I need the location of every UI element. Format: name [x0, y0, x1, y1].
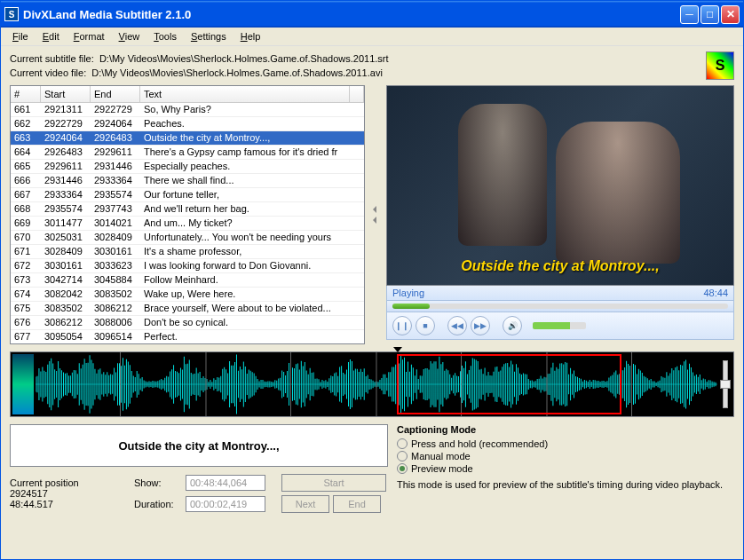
video-controls: ❙❙ ■ ◀◀ ▶▶ 🔊 — [386, 312, 734, 340]
menu-file[interactable]: File — [6, 29, 35, 43]
subtitle-table[interactable]: # Start End Text 66129213112922729So, Wh… — [10, 85, 365, 344]
table-row[interactable]: 67230301613033623I was looking forward t… — [11, 259, 364, 273]
table-row[interactable]: 66729333642935574Our fortune teller, — [11, 188, 364, 202]
menu-format[interactable]: Format — [67, 29, 111, 43]
table-row[interactable]: 67630862123088006Don't be so cynical. — [11, 316, 364, 330]
table-row[interactable]: 67730950543096514Perfect. — [11, 330, 364, 343]
table-row[interactable]: 66829355742937743And we'll return her ba… — [11, 202, 364, 217]
table-row[interactable]: 67030250313028409Unfortunately... You wo… — [11, 231, 364, 245]
subtitle-text-preview[interactable]: Outside the city at Montroy..., — [10, 424, 388, 467]
table-row[interactable]: 67330427143045884Follow Meinhard. — [11, 273, 364, 288]
playback-status: Playing — [392, 288, 424, 298]
menu-tools[interactable]: Tools — [147, 29, 183, 43]
menu-view[interactable]: View — [113, 29, 146, 43]
app-icon: S — [4, 7, 19, 21]
maximize-button[interactable]: □ — [700, 5, 719, 24]
volume-button[interactable]: 🔊 — [503, 316, 522, 335]
menu-settings[interactable]: Settings — [185, 29, 233, 43]
scrollbar-header — [350, 86, 364, 102]
radio-manual-label[interactable]: Manual mode — [411, 451, 471, 461]
table-row[interactable]: 66629314462933364There we shall find... — [11, 174, 364, 188]
video-preview[interactable]: Outside the city at Montroy..., — [386, 85, 734, 286]
current-position-time: 48:44.517 — [10, 499, 125, 509]
col-end[interactable]: End — [91, 86, 140, 102]
table-row[interactable]: 67530835023086212Brace yourself, Were ab… — [11, 302, 364, 316]
radio-preview[interactable] — [397, 463, 408, 474]
logo-icon: S — [706, 51, 734, 80]
radio-manual[interactable] — [397, 451, 408, 461]
col-start[interactable]: Start — [41, 86, 91, 102]
table-row[interactable]: 66329240642926483Outside the city at Mon… — [11, 131, 364, 146]
playback-time: 48:44 — [703, 288, 728, 298]
current-position-frames: 2924517 — [10, 488, 125, 499]
window-title: DivXLand Media Subtitler 2.1.0 — [23, 8, 680, 21]
titlebar[interactable]: S DivXLand Media Subtitler 2.1.0 ─ □ ✕ — [1, 1, 743, 28]
show-time-input[interactable] — [186, 475, 265, 491]
table-row[interactable]: 66529296112931446Especially peaches. — [11, 160, 364, 174]
volume-slider[interactable] — [533, 322, 586, 329]
show-label: Show: — [134, 477, 180, 488]
col-number[interactable]: # — [11, 86, 41, 102]
waveform-selection[interactable] — [397, 354, 621, 414]
start-button[interactable]: Start — [281, 474, 386, 492]
table-row[interactable]: 66129213112922729So, Why Paris? — [11, 103, 364, 117]
table-row[interactable]: 67430820423083502Wake up, Were here. — [11, 288, 364, 302]
radio-press-hold[interactable] — [397, 438, 408, 449]
menu-edit[interactable]: Edit — [36, 29, 66, 43]
radio-press-hold-label[interactable]: Press and hold (recommended) — [411, 438, 548, 449]
duration-label: Duration: — [134, 499, 180, 509]
duration-input[interactable] — [186, 496, 265, 512]
menubar: FileEditFormatViewToolsSettingsHelp — [1, 28, 743, 46]
pause-button[interactable]: ❙❙ — [392, 316, 412, 335]
video-file-path: D:\My Videos\Movies\Sherlock.Holmes.Game… — [91, 67, 383, 78]
menu-help[interactable]: Help — [234, 29, 267, 43]
video-subtitle-overlay: Outside the city at Montroy..., — [387, 258, 733, 274]
stop-button[interactable]: ■ — [416, 316, 435, 335]
table-row[interactable]: 66229227292924064Peaches. — [11, 117, 364, 131]
rewind-button[interactable]: ◀◀ — [447, 316, 467, 335]
close-button[interactable]: ✕ — [721, 5, 740, 24]
mode-description: This mode is used for preview of the sub… — [397, 479, 734, 490]
video-file-label: Current video file: — [10, 67, 86, 78]
forward-button[interactable]: ▶▶ — [471, 316, 490, 335]
zoom-slider[interactable] — [717, 352, 733, 416]
subtitle-file-path: D:\My Videos\Movies\Sherlock.Holmes.Game… — [99, 53, 389, 64]
table-row[interactable]: 66429264832929611There's a Gypsy camp fa… — [11, 146, 364, 160]
minimize-button[interactable]: ─ — [680, 5, 699, 24]
splitter[interactable] — [372, 85, 379, 344]
captioning-mode-title: Captioning Mode — [397, 424, 734, 435]
table-row[interactable]: 66930114773014021And um... My ticket? — [11, 217, 364, 231]
next-button[interactable]: Next — [281, 495, 329, 513]
end-button[interactable]: End — [333, 495, 381, 513]
radio-preview-label[interactable]: Preview mode — [411, 463, 473, 474]
level-meter — [12, 354, 34, 414]
current-position-label: Current position — [10, 477, 125, 488]
subtitle-file-label: Current subtitle file: — [10, 53, 94, 64]
seek-bar[interactable] — [392, 304, 728, 309]
col-text[interactable]: Text — [140, 86, 350, 102]
table-row[interactable]: 67130284093030161It's a shame professor, — [11, 245, 364, 259]
waveform-panel[interactable] — [10, 351, 734, 417]
